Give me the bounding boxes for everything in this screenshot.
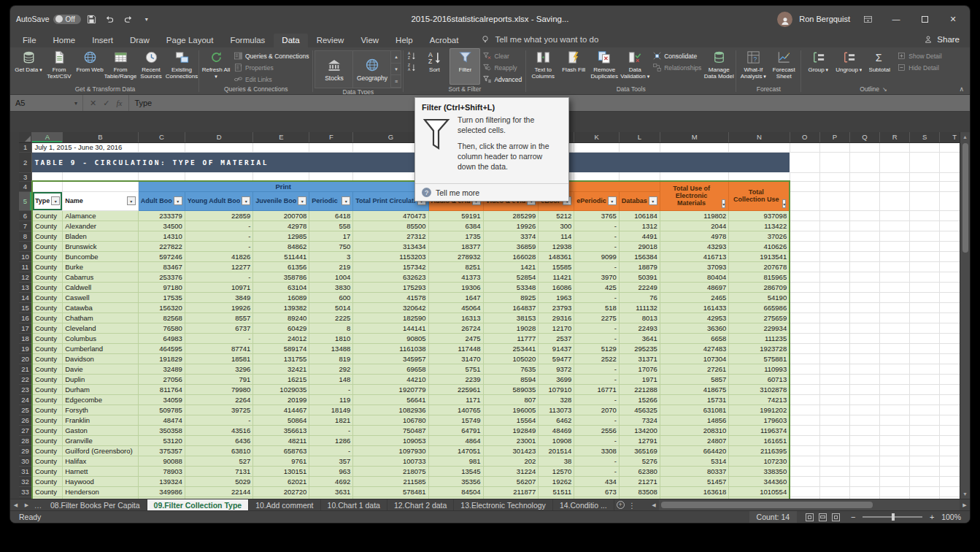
column-header-o[interactable]: O	[790, 132, 819, 142]
cell[interactable]: 48474	[138, 415, 185, 425]
cell[interactable]: 211585	[353, 476, 428, 486]
row-header-29[interactable]: 29	[19, 445, 32, 456]
cell[interactable]: 427483	[660, 343, 729, 353]
cell[interactable]: 12570	[539, 466, 574, 476]
cell[interactable]: 105020	[483, 353, 539, 364]
row-header-27[interactable]: 27	[19, 425, 32, 435]
cell[interactable]: 416713	[660, 251, 729, 261]
row-header-7[interactable]: 7	[19, 221, 32, 231]
cell[interactable]: 53348	[483, 282, 539, 292]
cell[interactable]	[880, 282, 910, 292]
cell[interactable]: 632623	[353, 272, 428, 282]
cell[interactable]: -	[574, 456, 620, 466]
view-page-break-button[interactable]	[832, 513, 840, 521]
cell[interactable]	[819, 476, 849, 486]
cell[interactable]: 410626	[729, 241, 790, 251]
cell[interactable]	[819, 272, 849, 282]
cell[interactable]	[880, 353, 910, 364]
cell-name[interactable]: Caldwell	[63, 282, 139, 292]
cell[interactable]	[729, 142, 790, 152]
cell[interactable]	[819, 497, 849, 499]
view-page-layout-button[interactable]	[819, 513, 827, 521]
show-detail-button[interactable]: Show Detail	[895, 50, 944, 61]
cell[interactable]: 286709	[729, 282, 790, 292]
column-header-a[interactable]: A	[32, 132, 63, 142]
cell[interactable]: 50864	[253, 415, 309, 425]
cell[interactable]	[849, 353, 879, 364]
cell[interactable]: 6737	[185, 323, 252, 333]
cell[interactable]: 24807	[660, 435, 729, 445]
tell-me-more-link[interactable]: ? Tell me more	[415, 183, 568, 201]
row-header-10[interactable]: 10	[19, 251, 32, 261]
cell[interactable]: 90088	[138, 456, 185, 466]
maximize-button[interactable]	[914, 10, 935, 28]
horizontal-scrollbar[interactable]: ◀ ▶	[649, 499, 970, 510]
cell[interactable]: 425	[574, 282, 620, 292]
cell[interactable]: 9099	[574, 251, 620, 261]
cell-name[interactable]: Franklin	[63, 415, 139, 425]
cell[interactable]	[819, 261, 849, 272]
cell[interactable]: 51457	[660, 476, 729, 486]
cell[interactable]: 91437	[539, 343, 574, 353]
cell[interactable]: 19926	[185, 302, 252, 313]
cell[interactable]: 1991202	[729, 405, 790, 415]
cell[interactable]	[660, 142, 729, 152]
cell[interactable]	[819, 425, 849, 435]
cell[interactable]	[819, 191, 849, 210]
name-box[interactable]: A5 ▾	[10, 95, 83, 111]
filter-dropdown-button[interactable]: ▾	[127, 196, 136, 205]
cell[interactable]	[880, 231, 910, 241]
cell[interactable]	[849, 282, 879, 292]
cell[interactable]	[819, 292, 849, 302]
row-header-1[interactable]: 1	[19, 142, 32, 152]
column-header-f[interactable]: F	[309, 132, 353, 142]
cell[interactable]: 1029035	[253, 384, 309, 394]
cell[interactable]: 578481	[353, 486, 428, 497]
cell[interactable]: 111132	[619, 302, 660, 313]
cell[interactable]	[910, 333, 940, 343]
cell[interactable]: 41373	[428, 272, 483, 282]
cell-name[interactable]: Granville	[63, 435, 139, 445]
cell[interactable]: 163618	[660, 486, 729, 497]
cell[interactable]: 1647	[428, 292, 483, 302]
cell-name[interactable]: Duplin	[63, 374, 139, 384]
cell[interactable]: 253376	[138, 272, 185, 282]
cell[interactable]: 1196374	[729, 425, 790, 435]
cell[interactable]: 12791	[619, 435, 660, 445]
cell[interactable]	[790, 152, 819, 172]
cell[interactable]: 119802	[660, 210, 729, 221]
cell[interactable]: 37026	[729, 231, 790, 241]
cell[interactable]	[138, 142, 185, 152]
cell[interactable]: 8251	[428, 261, 483, 272]
cell[interactable]	[849, 152, 879, 172]
cell-name[interactable]: Davie	[63, 364, 139, 374]
cell-type[interactable]: County	[32, 486, 63, 497]
flash-fill-button[interactable]: Flash Fill	[558, 48, 589, 85]
cell[interactable]	[849, 445, 879, 456]
cell-type[interactable]: County	[32, 364, 63, 374]
cell[interactable]: -	[574, 374, 620, 384]
cell[interactable]: 208310	[660, 425, 729, 435]
cell[interactable]: 15585	[539, 261, 574, 272]
cell[interactable]: 191829	[138, 353, 185, 364]
cell[interactable]	[880, 435, 910, 445]
cell[interactable]: 35356	[428, 476, 483, 486]
cell[interactable]: 76	[619, 292, 660, 302]
cell[interactable]: 148361	[539, 251, 574, 261]
cell[interactable]: 17076	[619, 364, 660, 374]
cell[interactable]	[910, 405, 940, 415]
cell[interactable]	[880, 456, 910, 466]
cell[interactable]: -	[309, 384, 353, 394]
cell[interactable]: 3699	[539, 374, 574, 384]
column-header-c[interactable]: C	[138, 132, 185, 142]
cell[interactable]: 34059	[138, 394, 185, 405]
save-button[interactable]	[85, 12, 99, 26]
cell-name[interactable]: Alexander	[63, 221, 139, 231]
cell[interactable]: -	[309, 497, 353, 499]
cell[interactable]: 29316	[539, 313, 574, 323]
manage-data-model-button[interactable]: Manage Data Model	[703, 48, 734, 85]
cell[interactable]	[910, 435, 940, 445]
cell[interactable]: 27312	[353, 231, 428, 241]
cell[interactable]: 1171	[428, 394, 483, 405]
cell[interactable]: 16771	[574, 384, 620, 394]
